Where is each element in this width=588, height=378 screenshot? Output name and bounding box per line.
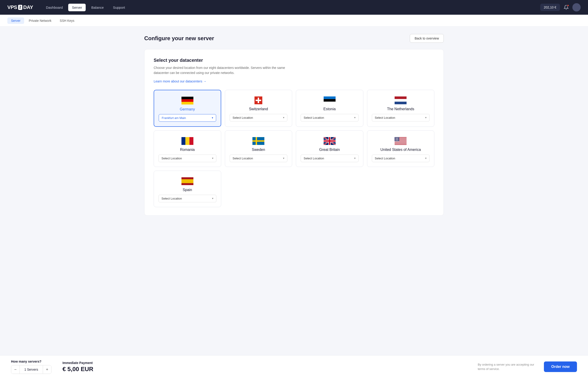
svg-rect-1: [181, 99, 193, 102]
svg-rect-17: [252, 140, 264, 142]
country-name-germany: Germany: [180, 107, 195, 111]
chevron-down-icon: ▾: [283, 157, 284, 160]
flag-netherlands: [395, 96, 407, 104]
svg-point-53: [398, 140, 398, 141]
svg-rect-12: [181, 137, 185, 145]
flag-spain: [181, 177, 193, 185]
avatar[interactable]: [572, 3, 581, 12]
svg-rect-5: [256, 100, 261, 101]
svg-point-50: [395, 140, 396, 141]
page-title: Configure your new server: [144, 35, 214, 41]
chevron-down-icon: ▾: [425, 116, 426, 119]
logo-text-vps: VPS: [7, 4, 17, 10]
sweden-location-select[interactable]: Select Location ▾: [230, 155, 287, 162]
country-netherlands[interactable]: The Netherlands Select Location ▾: [367, 90, 435, 127]
nav-balance[interactable]: Balance: [87, 4, 107, 11]
country-great-britain[interactable]: Great Britain Select Location ▾: [296, 130, 363, 167]
country-spain[interactable]: Spain Select Location ▾: [154, 171, 221, 207]
chevron-down-icon: ▾: [283, 116, 284, 119]
logo-icon: 2: [18, 5, 22, 10]
svg-point-42: [397, 138, 398, 139]
svg-rect-34: [395, 144, 407, 145]
svg-rect-13: [185, 137, 189, 145]
svg-point-38: [397, 137, 397, 138]
logo: VPS 2 DAY: [7, 4, 33, 10]
chevron-down-icon: ▾: [354, 116, 356, 119]
learn-more-link[interactable]: Learn more about our datacenters →: [154, 80, 206, 83]
tab-server[interactable]: Server: [7, 17, 24, 24]
svg-point-41: [397, 138, 397, 139]
country-name-estonia: Estonia: [323, 107, 336, 111]
balance-badge: 202,10 €: [540, 4, 560, 11]
country-name-great-britain: Great Britain: [319, 148, 340, 152]
svg-point-51: [396, 140, 397, 141]
svg-point-44: [396, 139, 397, 139]
tab-ssh-keys[interactable]: SSH Keys: [56, 17, 78, 24]
page-header: Configure your new server Back to overvi…: [144, 34, 444, 43]
svg-point-39: [398, 137, 398, 138]
svg-rect-6: [324, 96, 336, 99]
flag-switzerland: [252, 96, 264, 104]
country-name-usa: United States of America: [380, 148, 421, 152]
svg-rect-0: [181, 97, 193, 99]
svg-rect-9: [395, 96, 407, 99]
nav-dashboard[interactable]: Dashboard: [42, 4, 66, 11]
great-britain-location-select[interactable]: Select Location ▾: [301, 155, 358, 162]
notification-button[interactable]: [564, 5, 569, 10]
nav-right: 202,10 €: [540, 3, 581, 12]
svg-rect-26: [324, 140, 336, 142]
spain-location-select[interactable]: Select Location ▾: [159, 195, 216, 202]
nav-support[interactable]: Support: [109, 4, 129, 11]
germany-location-select[interactable]: Frankfurt am Main ▾: [159, 114, 216, 122]
svg-point-46: [398, 139, 398, 139]
svg-point-45: [397, 139, 397, 139]
svg-rect-7: [324, 99, 336, 102]
country-usa[interactable]: United States of America Select Location…: [367, 130, 435, 167]
flag-usa: [395, 137, 407, 145]
svg-rect-10: [395, 99, 407, 102]
tabs-bar: Server Private Network SSH Keys: [0, 15, 588, 27]
flag-great-britain: [324, 137, 336, 145]
country-switzerland[interactable]: Switzerland Select Location ▾: [225, 90, 292, 127]
navbar: VPS 2 DAY Dashboard Server Balance Suppo…: [0, 0, 588, 15]
country-estonia[interactable]: Estonia Select Location ▾: [296, 90, 363, 127]
back-to-overview-button[interactable]: Back to overview: [410, 34, 444, 43]
svg-rect-14: [189, 137, 193, 145]
svg-point-40: [396, 138, 396, 139]
main-content: Configure your new server Back to overvi…: [133, 27, 455, 229]
country-name-sweden: Sweden: [252, 148, 265, 152]
chevron-down-icon: ▾: [212, 157, 213, 160]
datacenter-description: Choose your desired location from our ei…: [154, 65, 296, 76]
netherlands-location-select[interactable]: Select Location ▾: [372, 114, 430, 122]
nav-server[interactable]: Server: [68, 4, 86, 11]
svg-rect-2: [181, 102, 193, 104]
switzerland-location-select[interactable]: Select Location ▾: [230, 114, 287, 122]
datacenter-grid: Germany Frankfurt am Main ▾ Switzerland: [154, 90, 434, 207]
country-sweden[interactable]: Sweden Select Location ▾: [225, 130, 292, 167]
svg-rect-33: [395, 143, 407, 144]
svg-rect-55: [181, 179, 193, 183]
flag-sweden: [252, 137, 264, 145]
svg-point-48: [397, 140, 397, 140]
country-name-spain: Spain: [183, 188, 192, 192]
logo-text-day: DAY: [23, 4, 33, 10]
svg-point-47: [396, 140, 396, 140]
romania-location-select[interactable]: Select Location ▾: [159, 155, 216, 162]
svg-rect-8: [324, 102, 336, 104]
notification-dot: [567, 4, 569, 7]
country-name-netherlands: The Netherlands: [387, 107, 414, 111]
usa-location-select[interactable]: Select Location ▾: [372, 155, 430, 162]
svg-point-36: [395, 137, 396, 138]
chevron-down-icon: ▾: [425, 157, 426, 160]
tab-private-network[interactable]: Private Network: [25, 17, 55, 24]
svg-point-37: [396, 137, 397, 138]
country-germany[interactable]: Germany Frankfurt am Main ▾: [154, 90, 221, 127]
country-name-switzerland: Switzerland: [249, 107, 268, 111]
chevron-down-icon: ▾: [212, 116, 213, 120]
svg-point-43: [395, 139, 396, 139]
svg-rect-32: [395, 142, 407, 143]
estonia-location-select[interactable]: Select Location ▾: [301, 114, 358, 122]
country-romania[interactable]: Romania Select Location ▾: [154, 130, 221, 167]
svg-rect-11: [395, 102, 407, 104]
flag-romania: [181, 137, 193, 145]
